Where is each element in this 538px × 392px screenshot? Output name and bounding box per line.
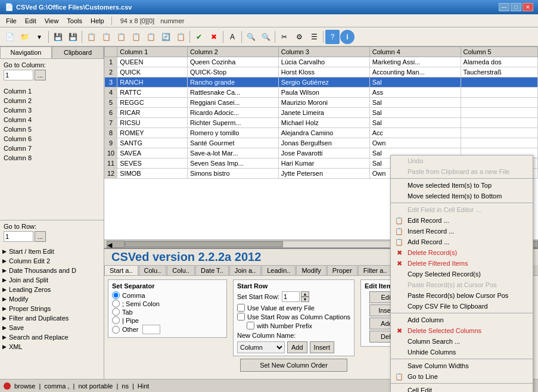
- header-col4[interactable]: Column 4: [369, 47, 461, 57]
- header-col2[interactable]: Column 2: [187, 47, 278, 57]
- cell-c4[interactable]: Own: [369, 138, 461, 148]
- ctx-item-go-to-line[interactable]: 📋Go to Line: [391, 371, 533, 382]
- ctx-item-copy-selected-record(s)[interactable]: Copy Selected Record(s): [391, 269, 533, 279]
- cell-c4[interactable]: Acc: [369, 128, 461, 138]
- cell-c2[interactable]: Reggiani Casei...: [187, 98, 278, 108]
- cell-c5[interactable]: [461, 128, 537, 138]
- hscroll-thumb[interactable]: [125, 241, 283, 247]
- col-list-item-3[interactable]: Column 3: [1, 105, 102, 115]
- cell-c4[interactable]: Sal: [369, 118, 461, 128]
- tb-save[interactable]: 💾: [51, 30, 65, 44]
- table-row[interactable]: 5REGGCReggiani Casei...Maurizio MoroniSa…: [105, 98, 538, 108]
- cell-c4[interactable]: Sal: [369, 77, 461, 88]
- menu-file[interactable]: File: [2, 16, 20, 26]
- start-row-value[interactable]: [282, 291, 300, 302]
- bottom-tab-6[interactable]: Modify: [296, 265, 326, 275]
- ctx-item-delete-selected-columns[interactable]: ✖Delete Selected Columns: [391, 325, 533, 336]
- tb-check[interactable]: ✔: [192, 30, 206, 44]
- tb-gear[interactable]: ⚙: [292, 30, 306, 44]
- cell-c5[interactable]: [461, 88, 537, 98]
- spin-up[interactable]: ▲: [301, 291, 309, 297]
- tb-btn6[interactable]: 📋: [129, 30, 143, 44]
- menu-edit[interactable]: Edit: [21, 16, 40, 26]
- ctx-item-move-selected-item(s)-to-botto[interactable]: Move selected Item(s) to Bottom: [391, 191, 533, 201]
- col-list-item-6[interactable]: Column 6: [1, 134, 102, 144]
- cell-c3[interactable]: Maurizio Moroni: [278, 98, 369, 108]
- tb-x[interactable]: ✖: [207, 30, 221, 44]
- cell-c1[interactable]: SIMOB: [117, 169, 188, 179]
- radio-pipe-input[interactable]: [112, 316, 120, 324]
- cell-c3[interactable]: Jonas Bergulfsen: [278, 138, 369, 148]
- minimize-button[interactable]: —: [499, 3, 509, 11]
- cell-c2[interactable]: Queen Cozinha: [187, 57, 278, 67]
- other-input[interactable]: [142, 325, 160, 334]
- ctx-item-insert-record-...[interactable]: 📋Insert Record ...: [391, 226, 533, 237]
- col-list-item-4[interactable]: Column 4: [1, 115, 102, 125]
- cell-c3[interactable]: Jytte Petersen: [278, 169, 369, 179]
- ctx-item-delete-filtered-items[interactable]: ✖Delete Filtered Items: [391, 258, 533, 269]
- check-use-value-input[interactable]: [237, 304, 245, 312]
- radio-comma-input[interactable]: [112, 291, 120, 299]
- cell-c3[interactable]: Michael Holz: [278, 118, 369, 128]
- table-row[interactable]: 2QUICKQUICK-StopHorst KlossAccounting Ma…: [105, 67, 538, 77]
- cell-c3[interactable]: Jose Pavarotti: [278, 148, 369, 158]
- tb-btn3[interactable]: 📋: [84, 30, 98, 44]
- cell-c1[interactable]: RICAR: [117, 108, 188, 118]
- bottom-tab-2[interactable]: Colu..: [167, 265, 195, 275]
- radio-tab-input[interactable]: [112, 308, 120, 316]
- goto-column-input[interactable]: 1: [4, 70, 33, 80]
- cell-c3[interactable]: Lúcia Carvalho: [278, 57, 369, 67]
- cell-c1[interactable]: QUEEN: [117, 57, 188, 67]
- table-row[interactable]: 7RICSURichter Superm...Michael HolzSal: [105, 118, 538, 128]
- cell-c1[interactable]: ROMEY: [117, 128, 188, 138]
- check-number-prefix-input[interactable]: [247, 322, 254, 329]
- tb-search2[interactable]: 🔍: [259, 30, 273, 44]
- ctx-item-save-column-widths[interactable]: Save Column Widths: [391, 360, 533, 371]
- expand-join-split[interactable]: ▶ Join and Split: [0, 275, 104, 285]
- bottom-tab-3[interactable]: Date T..: [195, 265, 229, 275]
- tb-dropdown[interactable]: ▾: [32, 30, 46, 44]
- tb-help[interactable]: ?: [325, 30, 340, 44]
- ctx-item-add-column[interactable]: Add Column: [391, 315, 533, 325]
- expand-filter-duplicates[interactable]: ▶ Filter and Duplicates: [0, 313, 104, 323]
- col-list-item-5[interactable]: Column 5: [1, 125, 102, 134]
- tb-save2[interactable]: 💾: [66, 30, 80, 44]
- insert-col-btn[interactable]: Insert: [310, 341, 335, 353]
- cell-c2[interactable]: QUICK-Stop: [187, 67, 278, 77]
- cell-c1[interactable]: RATTC: [117, 88, 188, 98]
- cell-c2[interactable]: Simons bistro: [187, 169, 278, 179]
- col-list-item-1[interactable]: Column 1: [1, 86, 102, 96]
- expand-column-edit[interactable]: ▶ Column Edit 2: [0, 256, 104, 266]
- tb-open[interactable]: 📁: [17, 30, 32, 44]
- col-list-item-7[interactable]: Column 7: [1, 144, 102, 153]
- bottom-tab-1[interactable]: Colu..: [139, 265, 167, 275]
- close-button[interactable]: ✕: [523, 3, 533, 11]
- radio-semicolon-input[interactable]: [112, 300, 120, 307]
- cell-c5[interactable]: [461, 98, 537, 108]
- col-list-item-8[interactable]: Column 8: [1, 153, 102, 163]
- cell-c4[interactable]: Accounting Man...: [369, 67, 461, 77]
- tb-font[interactable]: A: [225, 30, 240, 44]
- radio-other-input[interactable]: [112, 326, 120, 334]
- table-row[interactable]: 3RANCHRancho grandeSergio GutiérrezSal: [105, 77, 538, 88]
- cell-c1[interactable]: QUICK: [117, 67, 188, 77]
- cell-c5[interactable]: Taucherstraß: [461, 67, 537, 77]
- cell-c2[interactable]: Rancho grande: [187, 77, 278, 88]
- cell-c5[interactable]: [461, 77, 537, 88]
- cell-c2[interactable]: Ricardo Adocic...: [187, 108, 278, 118]
- cell-c4[interactable]: Sal: [369, 98, 461, 108]
- table-row[interactable]: 4RATTCRattlesnake Ca...Paula WilsonAss: [105, 88, 538, 98]
- ctx-item-copy-csv-file-to-clipboard[interactable]: Copy CSV File to Clipboard: [391, 301, 533, 312]
- cell-c3[interactable]: Paula Wilson: [278, 88, 369, 98]
- cell-c1[interactable]: REGGC: [117, 98, 188, 108]
- expand-modify[interactable]: ▶ Modify: [0, 294, 104, 304]
- ctx-item-unhide-columns[interactable]: Unhide Columns: [391, 347, 533, 357]
- cell-c2[interactable]: Rattlesnake Ca...: [187, 88, 278, 98]
- bottom-tab-7[interactable]: Proper: [327, 265, 357, 275]
- cell-c3[interactable]: Alejandra Camino: [278, 128, 369, 138]
- expand-date-thousands[interactable]: ▶ Date Thousands and D: [0, 266, 104, 275]
- cell-c3[interactable]: Horst Kloss: [278, 67, 369, 77]
- menu-help[interactable]: Help: [87, 16, 108, 26]
- tb-btn9[interactable]: 📋: [173, 30, 188, 44]
- expand-search-replace[interactable]: ▶ Search and Replace: [0, 332, 104, 342]
